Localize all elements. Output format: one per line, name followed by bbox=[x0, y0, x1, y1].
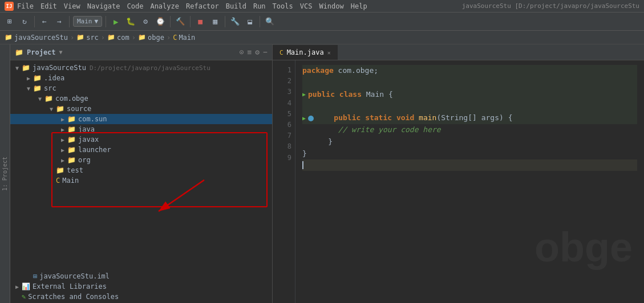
panel-dropdown-icon: ▼ bbox=[59, 49, 63, 55]
iml-label: javaSourceStu.iml bbox=[39, 272, 110, 280]
expand-arrow-ext: ▶ bbox=[13, 284, 22, 290]
compact-button[interactable]: ≡ bbox=[248, 48, 252, 56]
settings-panel-button[interactable]: ⚙ bbox=[255, 48, 260, 56]
tree-item-idea[interactable]: ▶ 📁 .idea bbox=[10, 73, 272, 83]
menu-window[interactable]: Window bbox=[319, 2, 343, 10]
gradle-button[interactable]: ▦ bbox=[209, 15, 221, 28]
text-cursor bbox=[302, 161, 303, 169]
watermark: obge bbox=[534, 215, 633, 280]
space-5a bbox=[361, 112, 365, 124]
tree-item-javasourcestu[interactable]: ▼ 📁 javaSourceStu D:/project/javapro/jav… bbox=[10, 63, 272, 73]
method-main: main bbox=[419, 112, 436, 124]
code-line-5: ▶ public static void main ( String[] arg… bbox=[302, 112, 637, 124]
breadcrumb-main-label: Main bbox=[179, 34, 195, 42]
line-num-6: 6 bbox=[273, 120, 291, 130]
menu-run[interactable]: Run bbox=[253, 2, 266, 10]
vcs-button[interactable]: ⬓ bbox=[244, 15, 256, 28]
menu-edit[interactable]: Edit bbox=[40, 2, 57, 10]
space-5b bbox=[392, 112, 396, 124]
forward-button[interactable]: → bbox=[53, 15, 66, 28]
main-java-label: Main bbox=[62, 177, 79, 185]
idea-label: .idea bbox=[44, 74, 64, 82]
sync-button[interactable]: ↻ bbox=[18, 15, 31, 28]
tree-item-java[interactable]: ▶ 📁 java bbox=[10, 124, 272, 134]
breadcrumb-com-label: com bbox=[117, 34, 129, 42]
line-num-8: 8 bbox=[273, 141, 291, 152]
tree-item-external-libs[interactable]: ▶ 📊 External Libraries bbox=[10, 281, 272, 292]
run-button[interactable]: ▶ bbox=[110, 15, 122, 28]
breadcrumb-main[interactable]: C Main bbox=[173, 34, 195, 42]
coverage-button[interactable]: ⚙ bbox=[139, 15, 152, 28]
tree-item-test[interactable]: ▶ 📁 test bbox=[10, 165, 272, 175]
branch-selector[interactable]: Main ▼ bbox=[73, 16, 102, 27]
close-panel-button[interactable]: − bbox=[263, 48, 268, 56]
search-everywhere-button[interactable]: 🔍 bbox=[264, 15, 276, 28]
menu-tools[interactable]: Tools bbox=[273, 2, 293, 10]
keyword-void: void bbox=[396, 112, 414, 124]
keyword-class: class bbox=[339, 89, 362, 101]
menu-code[interactable]: Code bbox=[127, 2, 144, 10]
menu-refactor[interactable]: Refactor bbox=[186, 2, 219, 10]
menu-navigate[interactable]: Navigate bbox=[87, 2, 120, 10]
expand-arrow-javax: ▶ bbox=[58, 137, 67, 143]
branch-dropdown-icon: ▼ bbox=[95, 18, 99, 25]
tree-item-main-java[interactable]: ▶ C Main bbox=[10, 175, 272, 186]
tab-close-button[interactable]: ✕ bbox=[327, 50, 331, 56]
menu-vcs[interactable]: VCS bbox=[300, 2, 313, 10]
menu-bar[interactable]: File Edit View Navigate Code Analyze Ref… bbox=[17, 2, 367, 10]
menu-build[interactable]: Build bbox=[226, 2, 246, 10]
toolbar-sep-7 bbox=[260, 16, 260, 27]
tree-item-com-sun[interactable]: ▶ 📁 com.sun bbox=[10, 114, 272, 124]
back-button[interactable]: ← bbox=[38, 15, 51, 28]
breadcrumb-project[interactable]: 📁 javaSourceStu bbox=[5, 34, 68, 42]
editor-area: C Main.java ✕ 1 2 3 4 5 6 7 8 9 obge bbox=[273, 44, 644, 303]
line-num-1: 1 bbox=[273, 65, 291, 76]
debug-button[interactable]: 🐛 bbox=[124, 15, 137, 28]
open-recent-button[interactable]: ⊞ bbox=[3, 15, 16, 28]
bottom-items: ▶ ⊞ javaSourceStu.iml ▶ 📊 External Libra… bbox=[10, 270, 272, 303]
window-title: javaSourceStu [D:/project/javapro/javaSo… bbox=[462, 2, 639, 10]
build-button[interactable]: 🔨 bbox=[174, 15, 187, 28]
param-args: args bbox=[481, 112, 499, 124]
tab-main-java[interactable]: C Main.java ✕ bbox=[273, 45, 338, 60]
keyword-static: static bbox=[365, 112, 392, 124]
test-label: test bbox=[67, 166, 83, 174]
settings-button[interactable]: 🔧 bbox=[229, 15, 241, 28]
tree-item-src[interactable]: ▼ 📁 src bbox=[10, 83, 272, 93]
menu-help[interactable]: Help bbox=[351, 2, 367, 10]
src-folder-icon: 📁 bbox=[33, 84, 42, 92]
scope-button[interactable]: ⊙ bbox=[240, 48, 244, 56]
com-sun-label: com.sun bbox=[78, 115, 107, 123]
tree-item-scratches[interactable]: ▶ ✎ Scratches and Consoles bbox=[10, 292, 272, 302]
tree-item-source[interactable]: ▼ 📁 source bbox=[10, 104, 272, 114]
profile-button[interactable]: ⌚ bbox=[154, 15, 167, 28]
stop-button[interactable]: ■ bbox=[194, 15, 206, 28]
tree-item-iml[interactable]: ▶ ⊞ javaSourceStu.iml bbox=[10, 271, 272, 281]
line-num-9: 9 bbox=[273, 153, 291, 163]
space-5d bbox=[477, 112, 481, 124]
breadcrumb-com[interactable]: 📁 com bbox=[107, 34, 129, 42]
tree-item-javax[interactable]: ▶ 📁 javax bbox=[10, 134, 272, 145]
tree-item-com-obge[interactable]: ▼ 📁 com.obge bbox=[10, 93, 272, 104]
main-layout: 1: Project 📁 Project ▼ ⊙ ≡ ⚙ − ▼ 📁 javaS… bbox=[0, 44, 644, 303]
breadcrumb-src[interactable]: 📁 src bbox=[76, 34, 99, 42]
run-gutter-5: ▶ bbox=[302, 114, 306, 123]
menu-file[interactable]: File bbox=[17, 2, 34, 10]
tree-item-launcher[interactable]: ▶ 📁 launcher bbox=[10, 145, 272, 155]
ext-libs-label: External Libraries bbox=[33, 282, 107, 290]
menu-analyze[interactable]: Analyze bbox=[150, 2, 179, 10]
project-icon: 📁 bbox=[5, 34, 13, 41]
code-editor[interactable]: obge package com.obge; ▶ public class Ma… bbox=[295, 60, 644, 303]
keyword-public-3: public bbox=[308, 89, 335, 101]
menu-view[interactable]: View bbox=[64, 2, 80, 10]
line-num-7: 7 bbox=[273, 130, 291, 141]
breadcrumb-obge-label: obge bbox=[148, 34, 164, 42]
tree-item-org[interactable]: ▶ 📁 org bbox=[10, 155, 272, 165]
scratches-icon: ✎ bbox=[22, 293, 26, 301]
org-folder-icon: 📁 bbox=[67, 156, 76, 164]
obge-icon: 📁 bbox=[138, 34, 146, 41]
com-icon: 📁 bbox=[107, 34, 115, 41]
breadcrumb-obge[interactable]: 📁 obge bbox=[138, 34, 164, 42]
side-panel-tab[interactable]: 1: Project bbox=[0, 44, 10, 303]
code-area: 1 2 3 4 5 6 7 8 9 obge package com.obge; bbox=[273, 60, 644, 303]
